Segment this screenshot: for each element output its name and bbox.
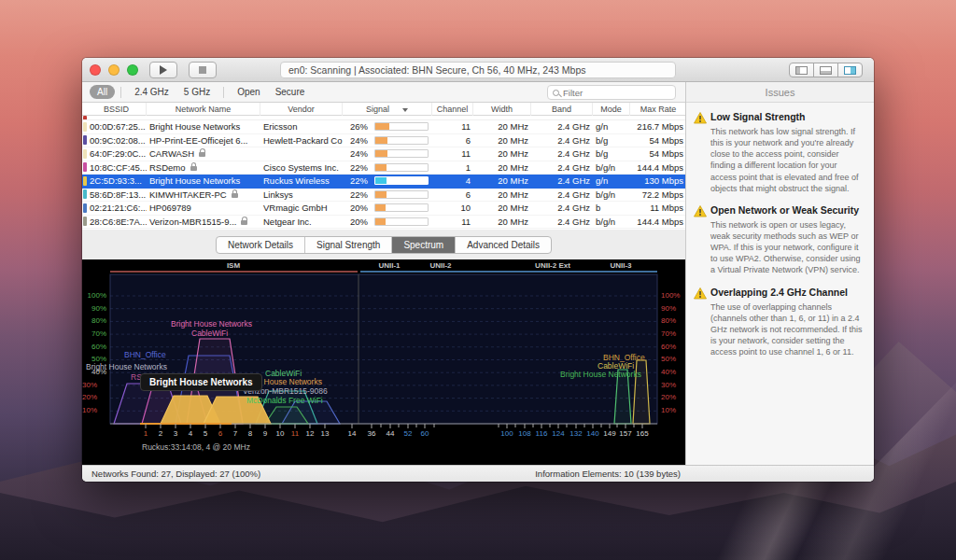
tab-network-details[interactable]: Network Details: [217, 237, 305, 253]
channel-label: 13: [321, 429, 330, 438]
table-row[interactable]: 02:21:21:C6:... HP069789 VRmagic GmbH 20…: [82, 202, 685, 216]
network-table: BSSID Network Name Vendor Signal Channel…: [82, 103, 685, 230]
lock-icon: [232, 193, 238, 198]
channel-label: 52: [404, 429, 413, 438]
zoom-window-button[interactable]: [127, 64, 138, 76]
table-row[interactable]: 10:8C:CF:45... RSDemo Cisco Systems Inc.…: [82, 161, 685, 175]
spectrum-chart[interactable]: ISM UNII-1 UNII-2 UNII-2 Ext UNII-3: [82, 259, 685, 465]
search-input[interactable]: [563, 88, 670, 98]
channel-label: 3: [174, 429, 177, 438]
issue-item: Overlapping 2.4 GHz Channel The use of o…: [686, 278, 874, 360]
spectrum-tooltip: Bright House Networks: [140, 373, 262, 391]
main-content: All 2.4 GHz 5 GHz Open Secure: [82, 82, 874, 465]
filter-24ghz-button[interactable]: 2.4 GHz: [127, 85, 176, 99]
channel-label: 6: [218, 429, 222, 438]
filter-secure-button[interactable]: Secure: [268, 85, 313, 99]
channel-label: 11: [291, 429, 299, 438]
channel-label: 5: [204, 429, 207, 438]
y-axis-label: 20%: [661, 393, 685, 401]
network-list-column: All 2.4 GHz 5 GHz Open Secure: [82, 82, 686, 465]
spectrum-hover-info: Ruckus:33:14:08, 4 @ 20 MHz: [142, 442, 250, 452]
y-axis-label: 60%: [82, 343, 106, 351]
column-header-max-rate[interactable]: Max Rate: [630, 103, 685, 116]
channel-label: 157: [619, 429, 631, 438]
right-panel-icon: [844, 66, 856, 75]
issue-title: Low Signal Strength: [710, 111, 865, 122]
table-row[interactable]: 00:9C:02:08... HP-Print-EE-Officejet 6..…: [82, 134, 685, 148]
warning-icon: [694, 112, 707, 124]
spectrum-network-label: CableWiFi: [191, 329, 228, 338]
lock-icon: [190, 166, 197, 171]
filter-5ghz-button[interactable]: 5 GHz: [176, 85, 218, 99]
column-header-signal[interactable]: Signal: [343, 103, 432, 116]
scan-status-title: en0: Scanning | Associated: BHN Secure, …: [280, 62, 676, 78]
toggle-left-panel-button[interactable]: [789, 63, 814, 77]
information-elements-status: Information Elements: 10 (139 bytes): [535, 469, 681, 479]
toggle-bottom-panel-button[interactable]: [813, 63, 838, 77]
search-field[interactable]: [547, 85, 676, 100]
y-axis-label: 40%: [661, 368, 685, 376]
table-row[interactable]: 28:C6:8E:7A... Verizon-MBR1515-9... Netg…: [82, 216, 685, 230]
channel-label: 9: [263, 429, 267, 438]
y-axis-label: 80%: [661, 316, 685, 325]
spectrum-network-label: Bright House Networks: [560, 370, 641, 379]
search-icon: [553, 90, 559, 96]
y-axis-label: 90%: [661, 304, 685, 313]
table-row[interactable]: 58:6D:8F:13... KIMWHITAKER-PC Linksys 22…: [82, 189, 685, 203]
y-axis-label: 60%: [661, 343, 685, 351]
y-axis-label: 30%: [82, 381, 106, 389]
issue-title: Open Network or Weak Security: [710, 204, 865, 216]
y-axis-label: 10%: [82, 406, 106, 414]
column-header-band[interactable]: Band: [531, 103, 593, 116]
channel-label: 12: [306, 429, 315, 438]
column-header-network-name[interactable]: Network Name: [147, 103, 260, 116]
channel-label: 165: [636, 429, 648, 438]
channel-label: 44: [387, 429, 395, 438]
signal-bar: [374, 163, 429, 172]
filter-all-button[interactable]: All: [90, 85, 115, 99]
column-header-vendor[interactable]: Vendor: [260, 103, 343, 116]
channel-label: 36: [368, 429, 376, 438]
play-icon: [160, 65, 167, 75]
tab-spectrum[interactable]: Spectrum: [392, 237, 456, 253]
table-row[interactable]: 64:0F:29:0C... CARWASH 24% 11 20 MHz 2.4…: [82, 147, 685, 161]
minimize-window-button[interactable]: [108, 64, 120, 76]
lock-icon: [241, 220, 247, 225]
sort-descending-icon: [402, 108, 408, 112]
tab-advanced-details[interactable]: Advanced Details: [456, 237, 551, 253]
column-header-width[interactable]: Width: [473, 103, 531, 116]
scan-stop-button[interactable]: [189, 62, 217, 78]
table-row[interactable]: 00:0D:67:25... Bright House Networks Eri…: [82, 120, 685, 134]
toggle-right-panel-button[interactable]: [837, 63, 863, 77]
signal-bar: [374, 190, 429, 199]
channel-label: 140: [586, 429, 598, 438]
spectrum-network-label: McDonalds Free WiFi: [246, 396, 323, 405]
issue-description: This network is open or uses legacy, wea…: [710, 219, 865, 276]
column-header-mode[interactable]: Mode: [593, 103, 630, 116]
tab-signal-strength[interactable]: Signal Strength: [305, 237, 392, 253]
table-row-selected[interactable]: 2C:5D:93:3... Bright House Networks Ruck…: [82, 175, 685, 189]
issues-panel-title: Issues: [686, 82, 874, 103]
y-axis-label: 100%: [82, 291, 106, 300]
column-header-channel[interactable]: Channel: [432, 103, 473, 116]
issue-item: Low Signal Strength This network has low…: [686, 103, 874, 196]
filter-open-button[interactable]: Open: [230, 85, 267, 99]
stop-icon: [199, 66, 206, 74]
signal-bar: [374, 176, 429, 185]
channel-label: 60: [421, 429, 429, 438]
issue-description: The use of overlapping channels (channel…: [710, 301, 865, 358]
signal-bar: [374, 122, 429, 131]
issue-title: Overlapping 2.4 GHz Channel: [710, 287, 865, 298]
left-panel-icon: [795, 66, 808, 75]
column-header-bssid[interactable]: BSSID: [87, 103, 147, 116]
channel-label: 8: [248, 429, 252, 438]
signal-bar: [374, 136, 429, 145]
spectrum-network-label: Bright House Networks: [171, 319, 252, 329]
issue-description: This network has low signal strength. If…: [710, 126, 865, 194]
status-bar: Networks Found: 27, Displayed: 27 (100%)…: [82, 465, 874, 482]
lock-icon: [199, 152, 205, 157]
toolbar-divider: [120, 87, 121, 98]
channel-label: 2: [159, 429, 162, 438]
close-window-button[interactable]: [90, 64, 101, 76]
scan-start-button[interactable]: [149, 62, 177, 78]
